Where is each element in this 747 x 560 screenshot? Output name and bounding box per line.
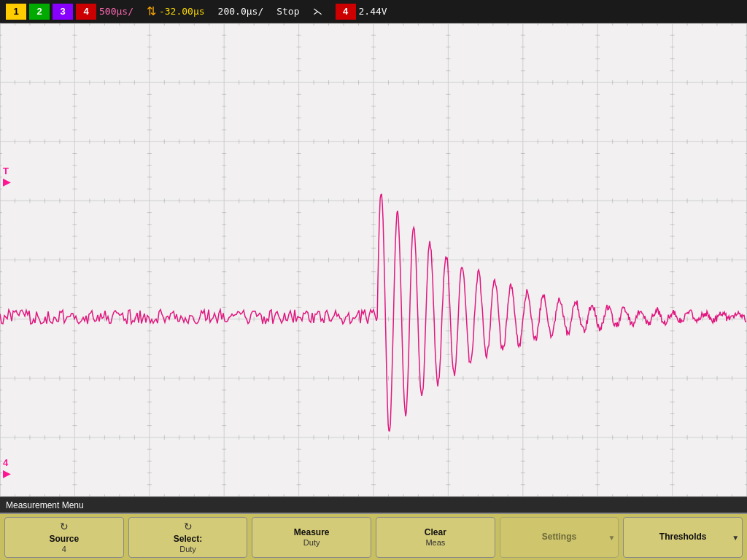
ch1-marker: T▶ xyxy=(3,166,10,187)
channel-4-badge[interactable]: 4 xyxy=(76,4,96,20)
top-bar: 1 2 3 4 500μs/ ⇅ -32.00μs 200.0μs/ Stop … xyxy=(0,0,747,23)
main-display: T▶ 4▶ xyxy=(0,23,747,497)
source-value: 4 xyxy=(62,545,66,553)
trigger-type-icon: ⋋ xyxy=(313,6,322,17)
thresholds-button[interactable]: Thresholds ▼ xyxy=(623,517,743,558)
voltage-readout: 2.44V xyxy=(359,6,387,17)
ch4-marker: 4▶ xyxy=(3,457,10,479)
settings-label: Settings xyxy=(542,532,576,542)
trigger-offset-readout: -32.00μs xyxy=(159,6,205,17)
trigger-ch-badge: 4 xyxy=(336,4,356,20)
source-icon: ↻ xyxy=(60,521,69,532)
select-label: Select: xyxy=(174,534,202,544)
source-button[interactable]: ↻ Source 4 xyxy=(4,517,124,558)
bottom-button-bar: ↻ Source 4 ↻ Select: Duty Measure Duty C… xyxy=(0,513,747,560)
run-state-readout: Stop xyxy=(276,6,299,17)
clear-meas-button[interactable]: Clear Meas xyxy=(376,517,495,558)
thresholds-arrow-icon: ▼ xyxy=(732,533,739,541)
trigger-arrow-icon: ⇅ xyxy=(147,4,156,18)
select-icon: ↻ xyxy=(184,521,193,532)
settings-arrow-icon: ▼ xyxy=(608,533,615,541)
source-label: Source xyxy=(49,534,79,544)
clear-meas-label: Clear xyxy=(425,527,446,537)
measure-duty-button[interactable]: Measure Duty xyxy=(252,517,371,558)
waveform-svg xyxy=(0,23,747,497)
channel-1-badge[interactable]: 1 xyxy=(6,4,26,20)
measure-duty-label: Measure xyxy=(294,527,330,537)
sample-rate-readout: 200.0μs/ xyxy=(218,6,264,17)
measurement-menu-bar: Measurement Menu xyxy=(0,497,747,513)
measurement-menu-label: Measurement Menu xyxy=(6,500,84,510)
time-div-readout: 500μs/ xyxy=(99,6,133,17)
measure-duty-sub: Duty xyxy=(303,538,320,547)
oscilloscope: 1 2 3 4 500μs/ ⇅ -32.00μs 200.0μs/ Stop … xyxy=(0,0,747,560)
thresholds-label: Thresholds xyxy=(659,532,707,542)
clear-meas-sub: Meas xyxy=(425,538,445,547)
select-value: Duty xyxy=(179,545,196,553)
channel-3-badge[interactable]: 3 xyxy=(53,4,73,20)
settings-button: Settings ▼ xyxy=(500,517,619,558)
select-button[interactable]: ↻ Select: Duty xyxy=(128,517,248,558)
channel-2-badge[interactable]: 2 xyxy=(29,4,50,20)
